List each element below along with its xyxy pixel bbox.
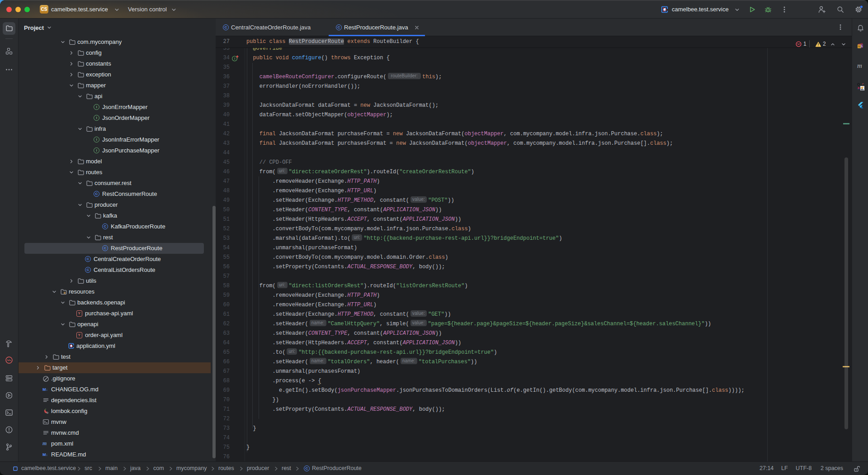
svg-text:I: I: [234, 57, 235, 61]
svg-text:M: M: [858, 45, 860, 48]
svg-text:L: L: [861, 44, 863, 48]
